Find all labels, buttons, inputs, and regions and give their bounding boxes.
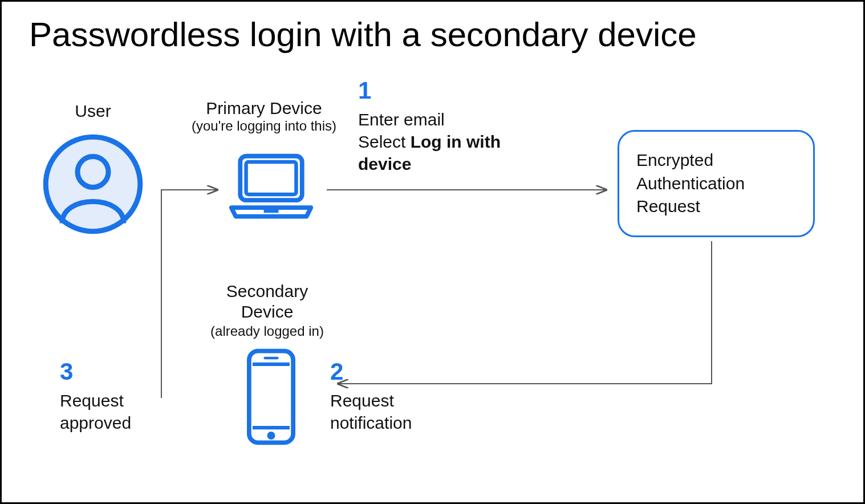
arrows-layer bbox=[2, 2, 865, 504]
arrow-request-to-secondary bbox=[338, 241, 712, 384]
diagram-frame: Passwordless login with a secondary devi… bbox=[0, 0, 865, 504]
arrow-user-to-primary bbox=[161, 190, 217, 398]
